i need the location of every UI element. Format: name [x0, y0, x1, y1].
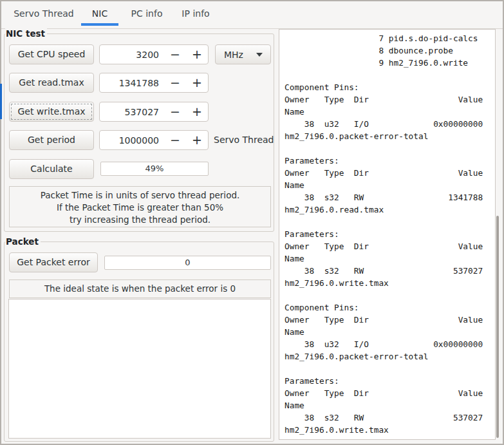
increment-button[interactable]: +	[186, 73, 208, 92]
hal-output-textview[interactable]: 7 pid.s.do-pid-calcs 8 dbounce.probe 9 h…	[279, 29, 496, 440]
tab-pc-info[interactable]: PC info	[125, 3, 169, 26]
tab-nic[interactable]: NIC	[81, 3, 118, 26]
tab-label: IP info	[182, 8, 209, 19]
note-line: try increasing the thread period.	[10, 214, 270, 226]
window-edge-highlight	[0, 84, 2, 119]
unit-dropdown-value: MHz	[216, 50, 256, 60]
packet-empty-panel	[8, 299, 271, 439]
write-tmax-spinbox: − +	[99, 102, 209, 122]
packet-time-note: Packet Time is in units of servo thread …	[9, 186, 271, 227]
cpu-speed-input[interactable]	[100, 45, 164, 64]
packet-error-note: The ideal state is when the packet error…	[9, 279, 271, 298]
write-tmax-input[interactable]	[100, 102, 164, 121]
hal-output-text: 7 pid.s.do-pid-calcs 8 dbounce.probe 9 h…	[279, 30, 495, 436]
note-line: If the Packet Time is greater than 50%	[10, 202, 270, 214]
active-tab-indicator	[81, 23, 118, 26]
nic-test-frame-label: NIC test	[5, 28, 47, 39]
get-cpu-speed-button[interactable]: Get CPU speed	[9, 44, 94, 64]
increment-button[interactable]: +	[186, 102, 208, 121]
packet-error-value: 0	[104, 256, 271, 270]
unit-dropdown[interactable]: MHz	[215, 44, 271, 64]
decrement-button[interactable]: −	[164, 45, 186, 64]
tab-ip-info[interactable]: IP info	[175, 3, 216, 26]
tab-label: Servo Thread	[14, 8, 74, 19]
get-read-tmax-button[interactable]: Get read.tmax	[9, 73, 94, 93]
read-tmax-input[interactable]	[100, 73, 164, 92]
increment-button[interactable]: +	[186, 45, 208, 64]
output-scrollbar-thumb[interactable]	[496, 216, 499, 438]
get-write-tmax-button[interactable]: Get write.tmax	[9, 102, 94, 122]
application-window: Servo Thread NIC PC info IP info NIC tes…	[0, 0, 504, 445]
get-period-button[interactable]: Get period	[9, 130, 94, 150]
decrement-button[interactable]: −	[164, 73, 186, 92]
packet-frame-label: Packet	[5, 236, 41, 247]
calculate-button[interactable]: Calculate	[9, 159, 94, 179]
packet-time-progress: 49%	[100, 162, 209, 176]
servo-thread-label: Servo Thread	[214, 130, 274, 150]
get-packet-error-button[interactable]: Get Packet error	[9, 252, 98, 272]
tab-label: PC info	[131, 8, 163, 19]
decrement-button[interactable]: −	[164, 131, 186, 149]
increment-button[interactable]: +	[186, 131, 208, 149]
decrement-button[interactable]: −	[164, 102, 186, 121]
tab-label: NIC	[92, 8, 107, 19]
notebook-tab-bar: Servo Thread NIC PC info IP info	[1, 1, 503, 29]
note-line: Packet Time is in units of servo thread …	[10, 189, 270, 202]
cpu-speed-spinbox: − +	[99, 44, 209, 64]
read-tmax-spinbox: − +	[99, 73, 209, 93]
dropdown-arrow-icon	[256, 53, 263, 57]
period-spinbox: − +	[99, 130, 209, 150]
period-input[interactable]	[100, 131, 164, 149]
tab-servo-thread[interactable]: Servo Thread	[8, 3, 79, 26]
